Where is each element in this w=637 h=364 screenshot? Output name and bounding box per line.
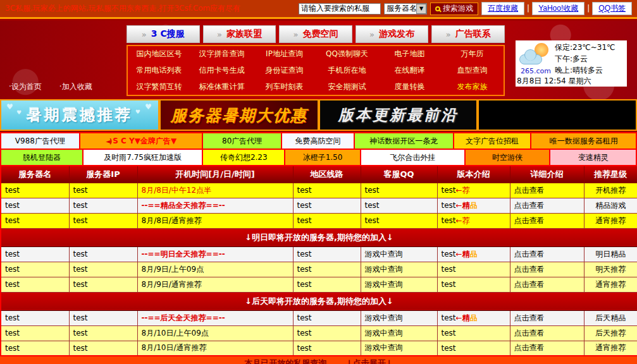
open-time-cell: 8月/10日/通宵推荐 (137, 341, 293, 356)
ad-link[interactable]: 飞尔合击外挂 (361, 150, 466, 165)
open-time-text: 8月/9日/上午09点 (142, 265, 204, 274)
expand-history-bar[interactable]: 本月已开放的私服查询…… ↓点击展开↓ (0, 355, 637, 364)
bookmark-button-3[interactable]: QQ书签 (592, 2, 632, 15)
banner-version-update[interactable]: 版本更新最前沿 (319, 99, 478, 131)
tab-label: 3 C搜服 (151, 28, 185, 40)
heart-icon: ♥ (16, 109, 22, 116)
banner-row: ♥ ♥ ♥ ♥ 暑期震撼推荐 服务器暑期大优惠 版本更新最前沿 (0, 99, 637, 131)
search-input[interactable] (299, 3, 381, 15)
detail-link[interactable]: 点击查看 (510, 246, 584, 262)
column-header: 地区线路 (293, 166, 361, 183)
quick-link[interactable]: 身份证查询 (253, 63, 316, 79)
ad-link[interactable]: 文字广告位招租 (454, 133, 532, 149)
open-time-cell: 8月/8日/通宵推荐 (137, 213, 293, 228)
detail-link[interactable]: 点击查看 (510, 341, 584, 356)
service-qq-cell: 游戏中查询 (361, 341, 437, 356)
server-row: testtest8月/10日/通宵推荐test游戏中查询test点击查看通宵推荐 (1, 341, 637, 356)
nav-tab-5[interactable]: »广告联系 (431, 25, 505, 43)
quick-link[interactable]: 度量转换 (378, 78, 441, 95)
quick-link[interactable]: 发布家族 (441, 78, 504, 95)
service-qq-cell: test (361, 183, 437, 198)
server-ip-cell: test (69, 246, 137, 262)
version-text: test (442, 329, 456, 337)
star-rating-cell: 明天推荐 (584, 262, 637, 277)
home-links: ·设为首页 ·加入收藏 (9, 82, 92, 92)
ad-link[interactable]: 免费高防空间 (282, 133, 355, 149)
nav-tab-2[interactable]: »家族联盟 (203, 25, 276, 43)
area-line-cell: test (293, 277, 361, 292)
banner-summer-promo[interactable]: ♥ ♥ ♥ ♥ 暑期震撼推荐 (0, 99, 159, 131)
ad-link[interactable]: 脱机登陆器 (1, 150, 83, 165)
quick-link[interactable]: 电子地图 (378, 46, 441, 63)
version-text: test (442, 186, 456, 195)
quick-link[interactable]: 标准体重计算 (190, 78, 253, 95)
ad-link[interactable]: 传奇幻想2.23 (203, 150, 285, 165)
bookmark-button-1[interactable]: 百度搜藏 (481, 2, 524, 15)
nav-tab-1[interactable]: »3 C搜服 (127, 25, 200, 43)
ad-link[interactable]: 唯一数据服务器租用 (531, 133, 637, 149)
ad-link-label: 及时雨7.75疯狂加速版 (104, 152, 182, 163)
ad-link[interactable]: 神话数据开区一条龙 (355, 133, 454, 149)
area-line-cell: test (293, 198, 361, 213)
bookmark-button-2[interactable]: YaHoo!收藏 (532, 2, 584, 15)
open-time-text: 8月/9日/通宵推荐 (142, 280, 202, 289)
add-favorite-link[interactable]: ·加入收藏 (59, 82, 92, 92)
ad-link[interactable]: 80广告代理 (203, 133, 282, 149)
chevron-down-icon[interactable]: ▼ (416, 4, 426, 14)
version-tag: 精 (462, 201, 470, 210)
detail-link[interactable]: 点击查看 (510, 325, 584, 341)
version-tag: 荐 (462, 216, 470, 225)
search-button[interactable]: 搜索游戏 (430, 3, 478, 15)
quick-link[interactable]: 列车时刻表 (253, 78, 316, 95)
banner-server-discount[interactable]: 服务器暑期大优惠 (159, 99, 319, 131)
quick-link[interactable]: IP地址查询 (253, 46, 316, 63)
version-text: test (442, 344, 456, 353)
version-cell: test←荐 (437, 183, 510, 198)
quick-link[interactable]: 万年历 (441, 46, 504, 63)
ad-link[interactable]: ◄)S C Y▼金牌广告▼ (80, 133, 204, 149)
ad-row-2: 脱机登陆器及时雨7.75疯狂加速版传奇幻想2.23冰橙子1.50飞尔合击外挂时空… (0, 149, 637, 166)
quick-link[interactable]: 信用卡号生成 (190, 63, 253, 79)
detail-link[interactable]: 点击查看 (510, 183, 584, 198)
star-rating-cell: 明日精品 (584, 246, 637, 262)
detail-link[interactable]: 点击查看 (510, 310, 584, 325)
tab-label: 游戏发布 (379, 28, 414, 40)
search-icon (435, 6, 440, 11)
site-slogan: 3C私服,玩家必上的网站,玩私服不用东奔西走,打开3Csf.Com应有尽有 (5, 3, 240, 14)
banner-empty[interactable] (478, 99, 637, 131)
nav-tab-4[interactable]: »游戏发布 (356, 25, 429, 43)
version-tag: 荐 (462, 186, 470, 195)
weather-datetime: 8月8日 12:54 星期六 (517, 76, 591, 87)
detail-link[interactable]: 点击查看 (510, 213, 584, 228)
quick-link[interactable]: 汉字繁简互转 (128, 78, 190, 95)
server-name-cell: test (1, 183, 69, 198)
weather-cloud-icon (519, 43, 550, 66)
ad-link[interactable]: V988广告代理 (1, 133, 80, 149)
quick-link[interactable]: 国内地区区号 (128, 46, 190, 63)
ad-link[interactable]: 时空游侠 (466, 150, 551, 165)
set-homepage-link[interactable]: ·设为首页 (9, 82, 42, 92)
open-time-text: --==后天全天推荐==-- (142, 313, 225, 322)
quick-link[interactable]: 常用电话列表 (128, 63, 190, 79)
quick-link[interactable]: 手机所在地 (316, 63, 378, 79)
server-row: testtest8月/9日/通宵推荐test游戏中查询test点击查看通宵推荐 (1, 277, 637, 292)
ad-link[interactable]: 冰橙子1.50 (285, 150, 361, 165)
detail-link[interactable]: 点击查看 (510, 198, 584, 213)
quick-link[interactable]: 血型查询 (441, 63, 504, 79)
nav-tab-3[interactable]: »免费空间 (279, 25, 352, 43)
quick-links-panel: 国内地区区号汉字拼音查询IP地址查询QQ强制聊天电子地图万年历常用电话列表信用卡… (127, 45, 505, 96)
quick-link[interactable]: 在线翻译 (378, 63, 441, 79)
quick-link[interactable]: 汉字拼音查询 (190, 46, 253, 63)
quick-link[interactable]: QQ强制聊天 (316, 46, 378, 63)
search-type-select[interactable]: 服务器名 ▼ (384, 3, 427, 15)
speaker-icon: ◄) (106, 138, 111, 145)
tab-label: 家族联盟 (226, 28, 262, 40)
weather-site-link[interactable]: 265.com (521, 67, 551, 75)
quick-link[interactable]: 安全期测试 (316, 78, 378, 95)
ad-link[interactable]: 及时雨7.75疯狂加速版 (83, 150, 204, 165)
detail-link[interactable]: 点击查看 (510, 262, 584, 277)
area-line-cell: test (293, 310, 361, 325)
detail-link[interactable]: 点击查看 (510, 277, 584, 292)
ad-link[interactable]: 变速精灵 (550, 150, 637, 165)
version-text: test (442, 216, 456, 225)
